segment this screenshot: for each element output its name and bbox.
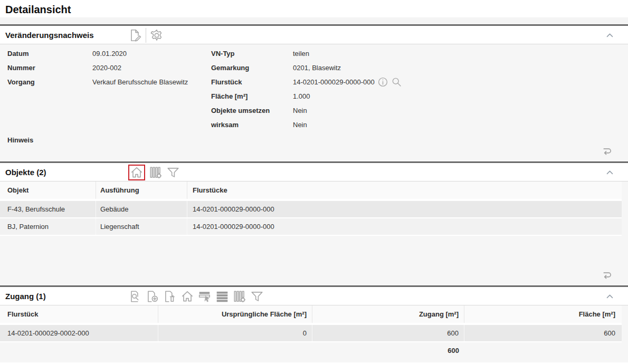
column-header-zugang[interactable]: Zugang [m²] — [312, 305, 464, 323]
field-label: Flurstück — [211, 78, 293, 86]
flurstueck-search-button[interactable] — [388, 76, 402, 88]
filter-funnel-icon — [250, 290, 264, 303]
home-icon — [180, 290, 194, 303]
collapse-section-vn-button[interactable] — [605, 31, 614, 40]
field-value: 0201, Blasewitz — [293, 64, 341, 72]
field-nummer: Nummer 2020-002 — [7, 63, 121, 72]
field-gemarkung: Gemarkung 0201, Blasewitz — [211, 63, 341, 72]
edit-document-button[interactable] — [128, 28, 142, 42]
field-vn-typ: VN-Typ teilen — [211, 49, 309, 58]
section-title-zugang: Zugang (1) — [5, 292, 46, 301]
edit-document-icon — [128, 28, 142, 42]
rows-icon — [215, 290, 229, 303]
toolbar-divider — [146, 28, 146, 43]
cell-flurstuecke: 14-0201-000029-0000-000 — [187, 218, 622, 235]
filter-funnel-icon — [166, 166, 180, 179]
undo-vn-button[interactable] — [601, 145, 613, 157]
zugang-sum-value: 600 — [312, 342, 464, 358]
field-label: wirksam — [211, 121, 293, 129]
page-delete-button[interactable] — [163, 290, 177, 303]
filter-button[interactable] — [250, 290, 264, 303]
field-value: Nein — [293, 107, 307, 114]
vn-toolbar — [128, 26, 164, 44]
page-search-icon — [128, 290, 142, 303]
field-value: Verkauf Berufsschule Blasewitz — [92, 78, 188, 86]
column-settings-icon — [233, 290, 246, 303]
undo-arrow-icon — [601, 269, 613, 281]
zugang-sum-row: 600 — [0, 342, 622, 358]
cell-ausfuehrung: Liegenschaft — [96, 218, 187, 235]
section-veraenderungsnachweis: Veränderungsnachweis Datum — [0, 24, 628, 161]
column-header-flurstueck[interactable]: Flurstück — [0, 305, 158, 323]
zugang-table: Flurstück Ursprüngliche Fläche [m²] Zuga… — [0, 305, 622, 358]
field-vorgang: Vorgang Verkauf Berufsschule Blasewitz — [7, 77, 188, 87]
home-button[interactable] — [130, 166, 144, 179]
select-row-button[interactable] — [198, 290, 212, 303]
field-flaeche: Fläche [m²] 1.000 — [211, 91, 310, 101]
cell-flaeche: 600 — [464, 325, 622, 341]
cell-objekt: BJ, Paternion — [0, 218, 96, 235]
field-label: Hinweis — [7, 136, 92, 144]
section-header-vn: Veränderungsnachweis — [0, 26, 628, 44]
rows-button[interactable] — [215, 290, 229, 303]
column-header-objekt[interactable]: Objekt — [0, 181, 96, 199]
column-settings-button[interactable] — [149, 166, 163, 179]
cell-flurstuecke: 14-0201-000029-0000-000 — [187, 201, 622, 217]
section-title-objekte: Objekte (2) — [5, 168, 46, 177]
filter-button[interactable] — [166, 166, 180, 179]
table-row[interactable]: BJ, Paternion Liegenschaft 14-0201-00002… — [0, 218, 622, 236]
column-header-flaeche[interactable]: Fläche [m²] — [464, 305, 622, 323]
home-button-highlight — [128, 165, 145, 180]
field-wirksam: wirksam Nein — [211, 120, 307, 129]
chevron-up-icon — [605, 31, 614, 40]
field-hinweis: Hinweis — [7, 135, 92, 145]
field-label: Nummer — [7, 64, 92, 72]
info-icon — [377, 76, 388, 88]
column-settings-button[interactable] — [233, 290, 246, 303]
field-value: 2020-002 — [92, 64, 121, 72]
page-title: Detailansicht — [0, 0, 628, 17]
field-value: 09.01.2020 — [92, 50, 127, 58]
settings-button[interactable] — [150, 28, 164, 42]
home-button[interactable] — [180, 290, 194, 303]
field-value: 1.000 — [293, 92, 310, 100]
section-title-vn: Veränderungsnachweis — [5, 31, 94, 40]
page-search-button[interactable] — [128, 290, 142, 303]
chevron-up-icon — [605, 168, 614, 177]
section-header-zugang: Zugang (1) — [0, 287, 628, 305]
field-label: Vorgang — [7, 78, 92, 86]
page-add-button[interactable] — [146, 290, 159, 303]
column-header-urspruengliche-flaeche[interactable]: Ursprüngliche Fläche [m²] — [158, 305, 312, 323]
column-header-flurstuecke[interactable]: Flurstücke — [187, 181, 622, 199]
section-body-zugang: Flurstück Ursprüngliche Fläche [m²] Zuga… — [0, 305, 628, 362]
zugang-table-header: Flurstück Ursprüngliche Fläche [m²] Zuga… — [0, 305, 622, 325]
field-label: Gemarkung — [211, 64, 293, 72]
field-value: teilen — [293, 50, 309, 58]
select-row-icon — [198, 290, 212, 303]
cell-flurstueck: 14-0201-000029-0002-000 — [0, 325, 158, 341]
flurstueck-info-button[interactable] — [375, 76, 388, 88]
objekte-table-header: Objekt Ausführung Flurstücke — [0, 181, 622, 201]
zugang-toolbar — [128, 287, 264, 305]
home-icon — [130, 166, 144, 179]
table-row[interactable]: F-43, Berufsschule Gebäude 14-0201-00002… — [0, 201, 622, 218]
undo-arrow-icon — [601, 145, 613, 157]
sum-spacer — [464, 342, 622, 358]
gear-icon — [150, 28, 164, 42]
section-objekte: Objekte (2) — [0, 161, 628, 285]
cell-ausfuehrung: Gebäude — [96, 201, 187, 217]
collapse-section-zugang-button[interactable] — [605, 292, 614, 301]
undo-objekte-button[interactable] — [601, 269, 613, 281]
cell-urspruengliche-flaeche: 0 — [158, 325, 312, 341]
section-body-objekte: Objekt Ausführung Flurstücke F-43, Beruf… — [0, 181, 628, 285]
table-row[interactable]: 14-0201-000029-0002-000 0 600 600 — [0, 325, 622, 342]
section-body-vn: Datum 09.01.2020 Nummer 2020-002 Vorgang… — [0, 44, 628, 161]
objekte-table: Objekt Ausführung Flurstücke F-43, Beruf… — [0, 181, 622, 236]
cell-zugang: 600 — [312, 325, 464, 341]
title-strip — [0, 17, 628, 24]
sum-spacer — [158, 342, 312, 358]
field-value: 14-0201-000029-0000-000 — [293, 78, 375, 86]
collapse-section-objekte-button[interactable] — [605, 168, 614, 177]
chevron-up-icon — [605, 292, 614, 301]
column-header-ausfuehrung[interactable]: Ausführung — [96, 181, 187, 199]
